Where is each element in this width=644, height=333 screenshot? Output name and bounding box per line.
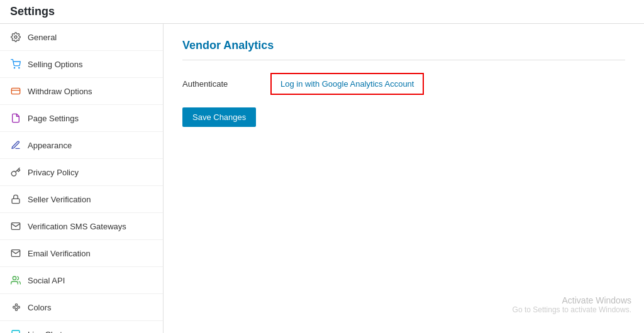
- svg-point-0: [14, 36, 17, 38]
- sidebar-item-live-chat[interactable]: Live Chat: [0, 321, 163, 333]
- sidebar-label-withdraw-options: Withdraw Options: [28, 87, 92, 96]
- sidebar-item-privacy-policy[interactable]: Privacy Policy: [0, 159, 163, 186]
- appearance-icon: [10, 139, 21, 151]
- svg-point-9: [15, 308, 17, 310]
- save-changes-button[interactable]: Save Changes: [182, 107, 256, 127]
- sidebar-item-withdraw-options[interactable]: Withdraw Options: [0, 78, 163, 105]
- live-chat-icon: [10, 329, 21, 333]
- sidebar-item-seller-verification[interactable]: Seller Verification: [0, 186, 163, 213]
- watermark: Activate Windows Go to Settings to activ…: [513, 295, 631, 314]
- sidebar-label-email-verification: Email Verification: [28, 249, 91, 258]
- sidebar: GeneralSelling OptionsWithdraw OptionsPa…: [0, 24, 164, 333]
- email-verification-icon: [10, 248, 21, 259]
- sidebar-label-social-api: Social API: [28, 276, 65, 285]
- sidebar-item-social-api[interactable]: Social API: [0, 267, 163, 294]
- social-api-icon: [10, 275, 21, 286]
- svg-point-7: [15, 304, 17, 306]
- main-content: Vendor Analytics Authenticate Log in wit…: [164, 24, 644, 333]
- verification-sms-icon: [10, 221, 21, 232]
- watermark-line1: Activate Windows: [513, 295, 631, 305]
- privacy-policy-icon: [10, 166, 21, 178]
- page-header: Settings: [0, 0, 644, 24]
- svg-point-1: [14, 67, 14, 68]
- google-analytics-link[interactable]: Log in with Google Analytics Account: [280, 79, 414, 89]
- page-wrapper: Settings GeneralSelling OptionsWithdraw …: [0, 0, 644, 333]
- sidebar-label-live-chat: Live Chat: [28, 330, 62, 334]
- svg-point-10: [13, 306, 15, 308]
- sidebar-item-general[interactable]: General: [0, 24, 163, 51]
- auth-link-box: Log in with Google Analytics Account: [270, 73, 424, 95]
- svg-point-2: [19, 67, 19, 68]
- authenticate-row: Authenticate Log in with Google Analytic…: [182, 73, 625, 95]
- sidebar-label-colors: Colors: [28, 303, 52, 312]
- sidebar-label-general: General: [28, 33, 57, 42]
- page-title: Settings: [10, 5, 55, 18]
- page-settings-icon: [10, 112, 21, 124]
- sidebar-item-email-verification[interactable]: Email Verification: [0, 240, 163, 267]
- svg-rect-5: [12, 199, 19, 203]
- content-area: GeneralSelling OptionsWithdraw OptionsPa…: [0, 24, 644, 333]
- sidebar-item-appearance[interactable]: Appearance: [0, 132, 163, 159]
- sidebar-label-verification-sms: Verification SMS Gateways: [28, 222, 126, 231]
- withdraw-options-icon: [10, 85, 21, 97]
- svg-point-6: [13, 276, 16, 280]
- svg-rect-3: [11, 88, 19, 94]
- general-icon: [10, 31, 21, 43]
- sidebar-item-selling-options[interactable]: Selling Options: [0, 51, 163, 78]
- authenticate-label: Authenticate: [182, 79, 258, 89]
- sidebar-label-appearance: Appearance: [28, 141, 72, 150]
- sidebar-item-colors[interactable]: Colors: [0, 294, 163, 321]
- watermark-line2: Go to Settings to activate Windows.: [513, 305, 631, 314]
- sidebar-label-seller-verification: Seller Verification: [28, 195, 91, 204]
- sidebar-label-page-settings: Page Settings: [28, 114, 79, 123]
- sidebar-label-privacy-policy: Privacy Policy: [28, 168, 79, 177]
- section-title: Vendor Analytics: [182, 39, 625, 60]
- sidebar-item-page-settings[interactable]: Page Settings: [0, 105, 163, 132]
- svg-point-8: [18, 306, 19, 308]
- colors-icon: [10, 302, 21, 313]
- selling-options-icon: [10, 58, 21, 70]
- sidebar-label-selling-options: Selling Options: [28, 60, 82, 69]
- save-row: Save Changes: [182, 107, 625, 127]
- sidebar-item-verification-sms[interactable]: Verification SMS Gateways: [0, 213, 163, 240]
- seller-verification-icon: [10, 194, 21, 205]
